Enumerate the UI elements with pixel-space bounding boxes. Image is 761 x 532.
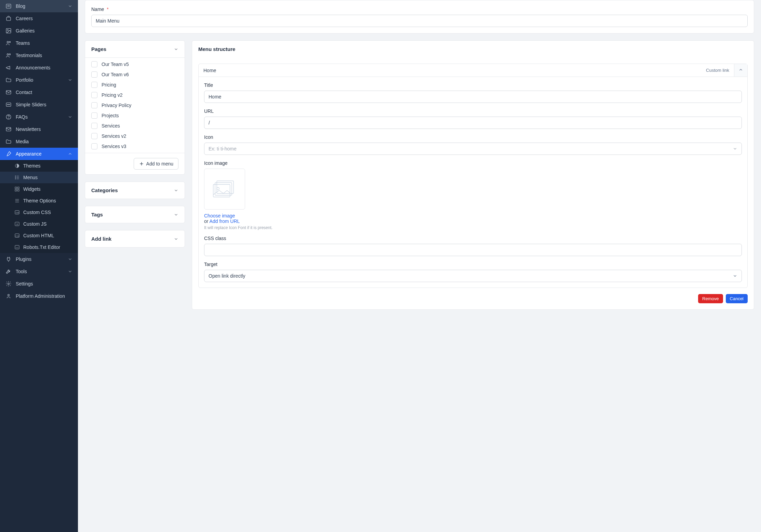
folder-icon — [5, 138, 12, 145]
sidebar-item-widgets[interactable]: Widgets — [0, 183, 78, 195]
pages-header[interactable]: Pages — [85, 41, 185, 58]
menu-item-header[interactable]: Home Custom link — [199, 64, 747, 77]
sidebar-item-teams[interactable]: Teams — [0, 37, 78, 49]
name-input[interactable] — [91, 15, 748, 27]
sidebar-item-faqs[interactable]: FAQs — [0, 111, 78, 123]
menu-structure-header: Menu structure — [192, 41, 754, 57]
brush-icon — [5, 151, 12, 157]
sidebar-item-label: Announcements — [16, 65, 72, 70]
sliders-icon — [5, 102, 12, 108]
title-input[interactable] — [204, 91, 742, 103]
html-icon: HTML — [14, 233, 20, 238]
sidebar-item-galleries[interactable]: Galleries — [0, 25, 78, 37]
sidebar-item-label: FAQs — [16, 114, 68, 120]
sidebar-item-label: Simple Sliders — [16, 102, 72, 107]
css-input[interactable] — [204, 244, 742, 256]
name-label: Name * — [91, 6, 748, 12]
plugins-icon — [5, 256, 12, 262]
sidebar-item-custom-js[interactable]: JSCustom JS — [0, 218, 78, 230]
sidebar-item-settings[interactable]: Settings — [0, 278, 78, 290]
svg-rect-10 — [6, 91, 11, 94]
sidebar-item-label: Platform Administration — [16, 293, 72, 299]
sidebar-item-media[interactable]: Media — [0, 135, 78, 148]
svg-rect-28 — [17, 189, 19, 191]
js-icon: JS — [14, 221, 20, 227]
sidebar-item-testimonials[interactable]: Testimonials — [0, 49, 78, 62]
choose-image-link[interactable]: Choose image — [204, 213, 235, 218]
chevron-down-icon — [68, 78, 72, 82]
page-checkbox[interactable] — [91, 112, 97, 119]
page-checkbox[interactable] — [91, 102, 97, 108]
icon-select[interactable]: Ex: ti ti-home — [204, 143, 742, 155]
page-item[interactable]: Services v2 — [91, 131, 178, 141]
target-select[interactable]: Open link directly — [204, 270, 742, 282]
sidebar-item-tools[interactable]: Tools — [0, 265, 78, 278]
svg-point-9 — [9, 54, 11, 55]
page-checkbox[interactable] — [91, 71, 97, 78]
sidebar-item-label: Themes — [23, 163, 72, 169]
page-checkbox[interactable] — [91, 143, 97, 149]
pages-list[interactable]: Our Team v5Our Team v6PricingPricing v2P… — [85, 58, 185, 153]
page-checkbox[interactable] — [91, 133, 97, 139]
url-input[interactable] — [204, 117, 742, 129]
sidebar-item-themes[interactable]: Themes — [0, 160, 78, 172]
pages-card: Pages Our Team v5Our Team v6PricingPrici… — [85, 40, 185, 175]
sidebar-item-newsletters[interactable]: Newsletters — [0, 123, 78, 135]
page-item[interactable]: Projects — [91, 110, 178, 121]
target-value: Open link directly — [209, 273, 245, 279]
addlink-header[interactable]: Add link — [85, 230, 185, 247]
chevron-down-icon — [174, 188, 178, 193]
page-checkbox[interactable] — [91, 61, 97, 67]
svg-rect-11 — [6, 103, 11, 107]
add-from-url-link[interactable]: Add from URL — [210, 218, 240, 224]
galleries-icon — [5, 28, 12, 34]
sidebar-item-plugins[interactable]: Plugins — [0, 253, 78, 265]
folder-icon — [5, 77, 12, 83]
sidebar-item-custom-html[interactable]: HTMLCustom HTML — [0, 230, 78, 241]
sidebar-item-robots-txt-editor[interactable]: TXTRobots.Txt Editor — [0, 241, 78, 253]
page-checkbox[interactable] — [91, 123, 97, 129]
sidebar-item-announcements[interactable]: Announcements — [0, 62, 78, 74]
image-help-text: It will replace Icon Font if it is prese… — [204, 225, 742, 230]
mail-icon — [5, 89, 12, 95]
page-item[interactable]: Services v3 — [91, 141, 178, 151]
sidebar-item-blog[interactable]: Blog — [0, 0, 78, 12]
tags-header-label: Tags — [91, 212, 103, 217]
menu-item-collapse-toggle[interactable] — [734, 64, 747, 77]
add-to-menu-button[interactable]: Add to menu — [134, 158, 178, 170]
chevron-up-icon — [68, 151, 72, 156]
sidebar-item-simple-sliders[interactable]: Simple Sliders — [0, 98, 78, 111]
theme-icon — [14, 163, 20, 169]
sidebar-item-menus[interactable]: Menus — [0, 172, 78, 183]
sidebar-item-label: Widgets — [23, 186, 72, 192]
page-item[interactable]: Our Team v6 — [91, 69, 178, 80]
robots-icon: TXT — [14, 244, 20, 250]
page-item[interactable]: Services — [91, 121, 178, 131]
page-item[interactable]: Pricing — [91, 80, 178, 90]
cancel-button[interactable]: Cancel — [726, 294, 748, 303]
categories-header[interactable]: Categories — [85, 182, 185, 199]
page-item-label: Projects — [102, 113, 119, 118]
sidebar-item-platform-administration[interactable]: Platform Administration — [0, 290, 78, 302]
tags-header[interactable]: Tags — [85, 206, 185, 223]
chevron-down-icon — [68, 257, 72, 262]
page-item[interactable]: Our Team v5 — [91, 59, 178, 69]
sidebar-item-appearance[interactable]: Appearance — [0, 148, 78, 160]
page-item[interactable]: Privacy Policy — [91, 100, 178, 110]
sidebar-item-custom-css[interactable]: CSSCustom CSS — [0, 207, 78, 218]
image-placeholder[interactable] — [204, 169, 245, 210]
sidebar-item-contact[interactable]: Contact — [0, 86, 78, 98]
menu-item-name: Home — [199, 64, 701, 77]
page-item[interactable]: Pricing v2 — [91, 90, 178, 100]
page-checkbox[interactable] — [91, 92, 97, 98]
sidebar-item-careers[interactable]: Careers — [0, 12, 78, 25]
menu-item-type: Custom link — [701, 64, 734, 76]
sidebar-item-label: Robots.Txt Editor — [23, 244, 72, 250]
page-checkbox[interactable] — [91, 82, 97, 88]
svg-text:HTML: HTML — [15, 235, 19, 237]
sidebar-item-label: Media — [16, 139, 72, 144]
target-label: Target — [204, 262, 742, 267]
sidebar-item-theme-options[interactable]: Theme Options — [0, 195, 78, 207]
sidebar-item-portfolio[interactable]: Portfolio — [0, 74, 78, 86]
remove-button[interactable]: Remove — [698, 294, 723, 303]
